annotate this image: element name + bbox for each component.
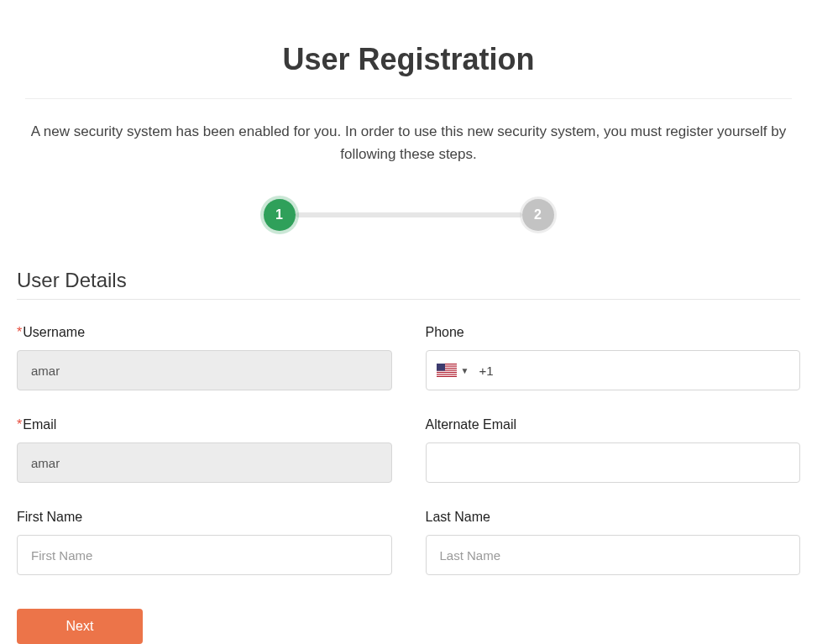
stepper: 1 2	[17, 199, 800, 231]
svg-rect-7	[437, 364, 445, 371]
next-button[interactable]: Next	[17, 609, 143, 644]
username-label-text: Username	[23, 325, 85, 339]
email-label-text: Email	[23, 417, 56, 432]
phone-input[interactable]	[500, 351, 789, 390]
firstname-label: First Name	[17, 510, 392, 525]
field-firstname: First Name	[17, 510, 392, 575]
email-label: *Email	[17, 417, 392, 432]
section-divider	[17, 299, 800, 300]
username-label: *Username	[17, 325, 392, 340]
svg-rect-5	[437, 373, 457, 374]
step-line	[296, 212, 522, 217]
lastname-label: Last Name	[426, 510, 801, 525]
field-username: *Username	[17, 325, 392, 390]
us-flag-icon	[437, 364, 457, 377]
chevron-down-icon: ▼	[461, 366, 469, 375]
phone-input-wrapper: ▼ +1	[426, 350, 801, 390]
form-grid: *Username Phone	[17, 325, 800, 575]
title-divider	[25, 98, 792, 99]
dial-code: +1	[479, 364, 493, 378]
phone-label: Phone	[426, 325, 801, 340]
altemail-input[interactable]	[426, 442, 801, 483]
step-1: 1	[264, 199, 296, 231]
required-asterisk: *	[17, 417, 22, 432]
svg-rect-6	[437, 375, 457, 376]
intro-text: A new security system has been enabled f…	[17, 120, 800, 165]
page-title: User Registration	[17, 42, 800, 77]
svg-rect-4	[437, 371, 457, 372]
section-title: User Details	[17, 269, 800, 292]
altemail-label: Alternate Email	[426, 417, 801, 432]
email-input[interactable]	[17, 442, 392, 483]
field-email: *Email	[17, 417, 392, 483]
required-asterisk: *	[17, 325, 22, 339]
firstname-input[interactable]	[17, 535, 392, 575]
country-flag-select[interactable]: ▼	[437, 364, 469, 377]
step-2: 2	[522, 199, 554, 231]
field-phone: Phone ▼ +1	[426, 325, 801, 390]
lastname-input[interactable]	[426, 535, 801, 575]
username-input[interactable]	[17, 350, 392, 390]
field-lastname: Last Name	[426, 510, 801, 575]
field-altemail: Alternate Email	[426, 417, 801, 483]
